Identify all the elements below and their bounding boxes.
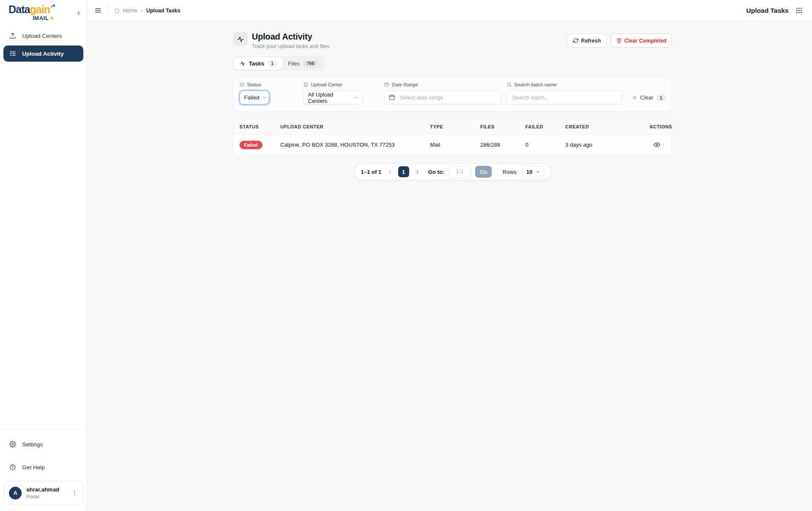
logo-text-gain: gain (30, 4, 50, 15)
refresh-button-label: Refresh (581, 38, 601, 44)
topbar-right: Upload Tasks (746, 7, 803, 14)
clear-completed-button[interactable]: Clear Completed (611, 34, 672, 48)
gear-icon (9, 441, 16, 448)
hamburger-menu-icon[interactable] (94, 7, 102, 14)
date-range-input[interactable] (384, 91, 501, 105)
cell-files: 286/288 (480, 142, 525, 148)
cell-created: 3 days ago (565, 142, 650, 148)
breadcrumb-home[interactable]: Home (123, 8, 137, 14)
status-select-value: Failed (244, 94, 259, 101)
home-icon (114, 8, 120, 14)
chevron-right-icon[interactable] (413, 169, 422, 175)
filter-status: Status Failed (239, 82, 269, 105)
calendar-icon (384, 82, 389, 87)
filter-date-range-label: Date Range (392, 82, 418, 87)
sidebar-footer: Settings Get Help A ahrar.ahmad Portal (0, 429, 87, 511)
header-actions: Refresh Clear Completed (567, 34, 672, 48)
checklist-icon (9, 50, 16, 57)
filter-date-range: Date Range (384, 82, 501, 105)
chevron-down-icon (353, 95, 358, 100)
app-grid-icon[interactable] (795, 7, 803, 14)
page-title: Upload Activity (252, 32, 329, 42)
column-header-status: STATUS (239, 124, 280, 129)
filter-upload-center-label: Upload Center (311, 82, 342, 87)
tasks-table: STATUS UPLOAD CENTER TYPE FILES FAILED C… (233, 119, 672, 156)
activity-icon (233, 32, 248, 46)
table-row[interactable]: Failed Calpine, PO BOX 3288, HOUSTON, TX… (234, 134, 672, 155)
help-icon (9, 464, 16, 471)
filter-search-label: Search batch name (514, 82, 557, 87)
pagination-divider (497, 167, 497, 176)
calendar-icon (389, 94, 395, 100)
sidebar-item-get-help[interactable]: Get Help (0, 458, 87, 477)
sidebar-item-label: Get Help (22, 464, 45, 471)
clear-filters-count-badge: 1 (656, 94, 666, 101)
sidebar-item-settings[interactable]: Settings (0, 435, 87, 454)
sidebar-item-upload-activity[interactable]: Upload Activity (3, 45, 83, 62)
tab-label: Files (288, 60, 299, 67)
logo-row: Datagain IMAIL (0, 0, 87, 23)
user-menu-dots-icon[interactable] (71, 490, 78, 496)
trash-icon (616, 38, 622, 43)
column-header-failed: FAILED (525, 124, 565, 129)
column-header-created: CREATED (565, 124, 650, 129)
pagination-bar: 1–1 of 1 1 Go to: Go Rows: 10 (354, 164, 551, 180)
upload-center-select-value: All Upload Centers (308, 91, 350, 104)
goto-label: Go to: (428, 169, 444, 175)
sidebar-nav: Upload Centers Upload Activity (0, 27, 87, 62)
view-task-button[interactable] (650, 141, 666, 148)
rows-per-page-select[interactable]: 10 (522, 166, 544, 178)
breadcrumb: Home > Upload Tasks (114, 8, 180, 14)
app-logo: Datagain IMAIL (9, 4, 56, 21)
column-header-type: TYPE (430, 124, 480, 129)
column-header-files: FILES (480, 124, 525, 129)
sidebar-collapse-button[interactable] (76, 10, 82, 16)
sidebar: Datagain IMAIL (0, 0, 87, 511)
user-role: Portal (26, 494, 67, 500)
app-window: Datagain IMAIL (0, 0, 812, 511)
goto-page-input[interactable] (449, 166, 471, 178)
tab-files[interactable]: Files 798 (282, 57, 323, 70)
pagination-range: 1–1 of 1 (361, 169, 381, 175)
user-name: ahrar.ahmad (26, 486, 67, 493)
filter-bar: Status Failed (233, 77, 672, 112)
activity-icon (240, 61, 245, 66)
sidebar-item-label: Upload Activity (22, 51, 64, 57)
chevron-left-icon[interactable] (386, 169, 394, 175)
rows-per-page-value: 10 (526, 169, 532, 175)
tab-tasks[interactable]: Tasks 1 (234, 57, 282, 70)
filter-status-label: Status (247, 82, 261, 87)
content-area: Upload Activity Track your upload tasks … (87, 21, 812, 511)
go-button[interactable]: Go (475, 166, 492, 178)
logo-text-data: Data (9, 4, 30, 15)
refresh-icon (573, 38, 578, 43)
upload-icon (9, 32, 16, 39)
logo-arrow-icon (51, 3, 56, 9)
rows-label: Rows: (502, 169, 518, 175)
clear-completed-button-label: Clear Completed (624, 38, 667, 44)
cell-upload-center: Calpine, PO BOX 3288, HOUSTON, TX 77253 (280, 142, 430, 148)
filter-search-batch: Search batch name (507, 82, 622, 105)
user-meta: ahrar.ahmad Portal (26, 486, 67, 500)
sidebar-item-label: Settings (22, 441, 43, 448)
page-number-button[interactable]: 1 (398, 166, 409, 177)
chevron-down-icon (536, 170, 540, 174)
search-icon (507, 82, 512, 87)
upload-center-select[interactable]: All Upload Centers (303, 91, 363, 105)
table-header-row: STATUS UPLOAD CENTER TYPE FILES FAILED C… (234, 119, 672, 134)
topbar: Home > Upload Tasks Upload Tasks (87, 0, 812, 21)
chevron-down-icon (262, 95, 267, 100)
tab-count-badge: 1 (268, 60, 277, 67)
column-header-upload-center: UPLOAD CENTER (280, 124, 430, 129)
clear-filters-button[interactable]: Clear 1 (632, 91, 666, 105)
clear-filters-label: Clear (640, 94, 653, 101)
user-card[interactable]: A ahrar.ahmad Portal (3, 481, 83, 505)
filter-upload-center: Upload Center All Upload Centers (303, 82, 363, 105)
status-circle-icon (239, 82, 245, 87)
cell-failed: 0 (525, 142, 565, 148)
sidebar-item-upload-centers[interactable]: Upload Centers (3, 28, 83, 44)
status-select[interactable]: Failed (239, 91, 269, 105)
close-icon (632, 95, 637, 100)
search-batch-input[interactable] (507, 91, 622, 105)
refresh-button[interactable]: Refresh (567, 34, 607, 48)
